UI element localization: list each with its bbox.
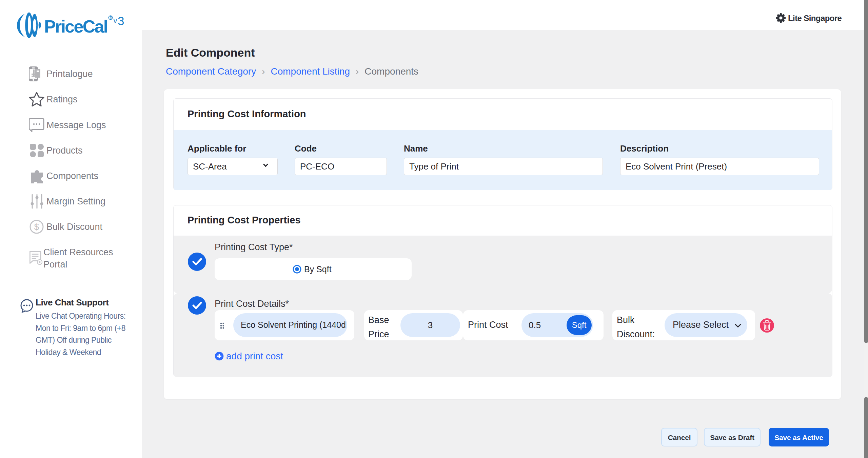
svg-text:R: R [110, 16, 113, 20]
svg-text:$: $ [34, 222, 39, 232]
svg-text:3: 3 [118, 14, 124, 27]
svg-text:v: v [113, 16, 117, 25]
svg-text:PriceCal: PriceCal [44, 17, 107, 36]
